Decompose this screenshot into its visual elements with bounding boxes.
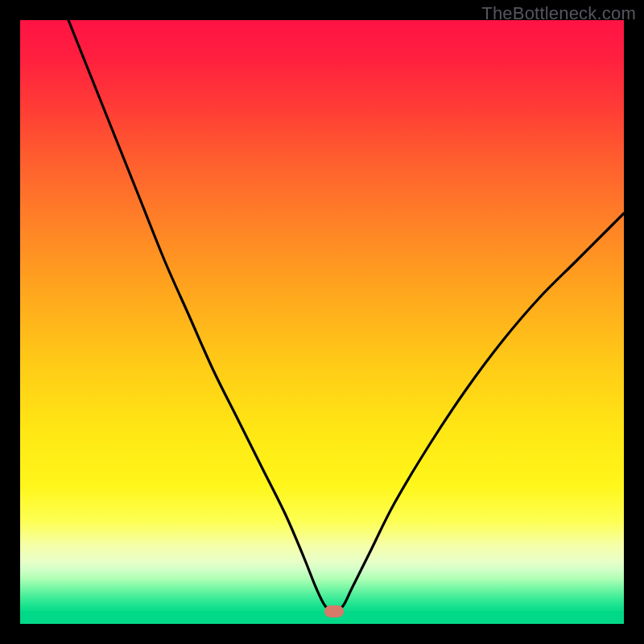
bottleneck-curve <box>20 20 624 624</box>
watermark-text: TheBottleneck.com <box>481 3 636 24</box>
optimum-marker <box>324 605 344 617</box>
chart-frame: TheBottleneck.com <box>0 0 644 644</box>
plot-area <box>20 20 624 624</box>
